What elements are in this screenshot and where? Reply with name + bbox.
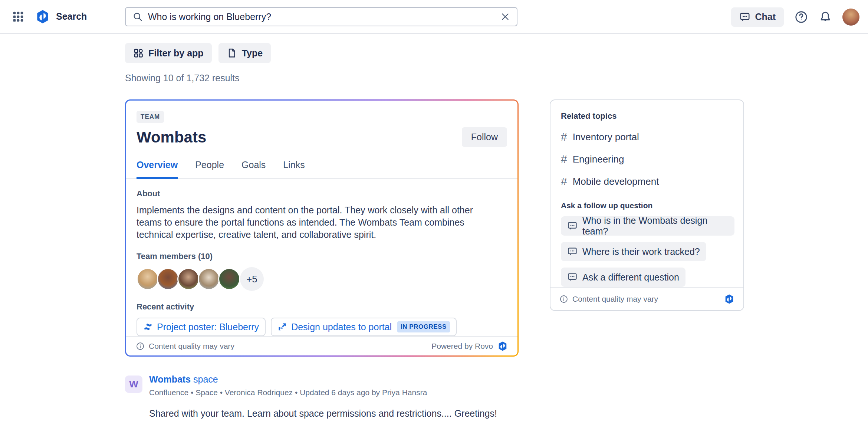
team-members-avatars: +5	[137, 267, 507, 291]
results-summary: Showing 10 of 1,732 results	[125, 73, 240, 83]
recent-activity-heading: Recent activity	[137, 302, 507, 312]
activity-link-label: Project poster: Blueberry	[157, 322, 259, 332]
jira-icon	[277, 322, 287, 332]
content-quality-note: Content quality may vary	[149, 342, 234, 351]
top-bar: Search Chat	[0, 0, 868, 34]
activity-link-label: Design updates to portal	[291, 322, 392, 332]
app-switcher-icon[interactable]	[10, 9, 26, 25]
filter-row: Filter by app Type	[125, 43, 271, 63]
chat-button[interactable]: Chat	[731, 7, 784, 27]
document-icon	[227, 48, 237, 58]
about-heading: About	[137, 189, 507, 199]
team-members-heading: Team members (10)	[137, 252, 507, 261]
result-snippet: Shared with your team. Learn about space…	[149, 406, 500, 423]
team-member-avatar[interactable]	[218, 268, 240, 290]
related-topics-panel: Related topics # Inventory portal # Engi…	[550, 99, 744, 311]
tab-goals[interactable]: Goals	[241, 160, 266, 178]
rovo-search-logo-icon	[35, 9, 50, 24]
chat-button-label: Chat	[755, 12, 776, 22]
team-member-avatar[interactable]	[198, 268, 220, 290]
search-icon	[132, 12, 143, 22]
grid-2x2-icon	[133, 48, 144, 58]
filter-by-app-label: Filter by app	[148, 48, 204, 59]
filter-by-app-button[interactable]: Filter by app	[125, 43, 212, 63]
tab-people[interactable]: People	[195, 160, 224, 178]
rovo-logo-icon	[724, 294, 734, 304]
user-avatar[interactable]	[842, 9, 859, 26]
tab-overview[interactable]: Overview	[137, 160, 178, 179]
clear-search-icon[interactable]	[500, 12, 510, 22]
followup-heading: Ask a follow up question	[561, 201, 733, 210]
space-avatar: W	[125, 376, 142, 393]
related-topics-heading: Related topics	[561, 111, 733, 121]
activity-link-project-poster[interactable]: Project poster: Blueberry	[137, 318, 266, 336]
topic-mobile-development[interactable]: # Mobile development	[561, 175, 733, 188]
info-icon	[559, 295, 568, 304]
rovo-logo-icon	[497, 341, 508, 351]
search-bar[interactable]	[125, 7, 517, 26]
help-icon[interactable]	[794, 10, 808, 24]
confluence-icon	[143, 322, 153, 332]
followup-question-3[interactable]: Ask a different question	[561, 268, 685, 287]
speech-bubble-icon	[567, 221, 578, 231]
team-member-avatar[interactable]	[157, 268, 179, 290]
info-icon	[136, 342, 145, 351]
result-meta: Confluence • Space • Veronica Rodriquez …	[149, 388, 500, 397]
team-member-avatar[interactable]	[177, 268, 200, 290]
hash-icon: #	[561, 153, 567, 165]
search-result-wombats-space: W Wombats space Confluence • Space • Ver…	[125, 374, 533, 423]
followup-question-1[interactable]: Who is in the Wombats design team?	[561, 216, 734, 236]
powered-by-rovo-label: Powered by Rovo	[431, 342, 493, 351]
team-title: Wombats	[137, 128, 206, 146]
product-title: Search	[56, 11, 87, 22]
activity-link-design-updates[interactable]: Design updates to portal IN PROGRESS	[271, 318, 457, 336]
hash-icon: #	[561, 175, 567, 188]
team-result-card: TEAM Wombats Follow Overview People Goal…	[125, 99, 519, 357]
result-title-link[interactable]: Wombats space	[149, 374, 500, 385]
more-members-button[interactable]: +5	[240, 267, 264, 291]
followup-question-2[interactable]: Where is their work tracked?	[561, 242, 706, 261]
type-filter-label: Type	[242, 48, 263, 59]
search-input[interactable]	[148, 12, 500, 22]
about-text: Implements the designs and content on th…	[137, 204, 487, 241]
type-filter-button[interactable]: Type	[218, 43, 271, 63]
team-card-tabs: Overview People Goals Links	[126, 160, 517, 179]
tab-links[interactable]: Links	[283, 160, 305, 178]
notifications-bell-icon[interactable]	[819, 10, 832, 24]
chat-bubble-icon	[739, 12, 750, 23]
follow-button[interactable]: Follow	[462, 127, 507, 147]
topic-engineering[interactable]: # Engineering	[561, 153, 733, 165]
speech-bubble-icon	[567, 246, 578, 257]
team-member-avatar[interactable]	[137, 268, 159, 290]
content-quality-note: Content quality may vary	[572, 295, 658, 304]
topic-inventory-portal[interactable]: # Inventory portal	[561, 131, 733, 143]
status-badge: IN PROGRESS	[397, 321, 450, 332]
team-type-badge: TEAM	[137, 111, 164, 123]
speech-bubble-icon	[567, 272, 578, 282]
hash-icon: #	[561, 131, 567, 143]
